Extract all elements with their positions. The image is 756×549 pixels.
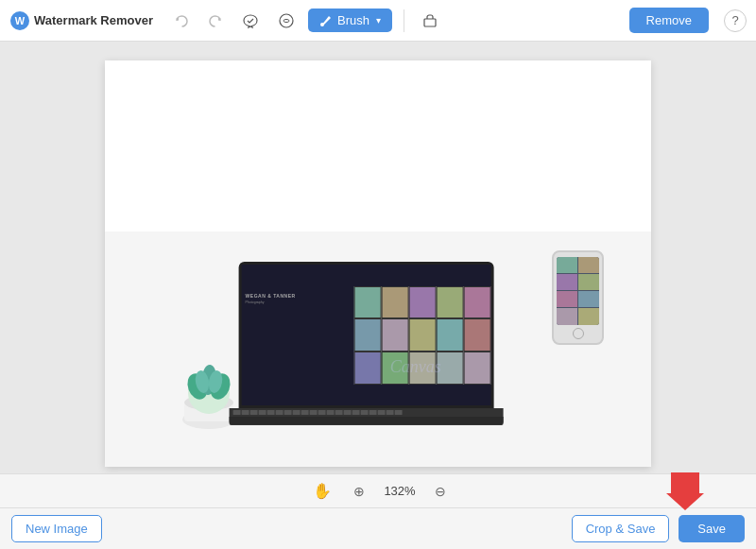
pen-button[interactable]	[272, 9, 301, 33]
laptop-trackpad	[230, 417, 504, 424]
svg-point-4	[280, 14, 293, 27]
svg-point-5	[320, 23, 324, 26]
screen-text: WEGAN & TANNER Photography	[246, 293, 351, 304]
zoom-out-button[interactable]: ⊖	[430, 482, 451, 501]
laptop-screen-inner: WEGAN & TANNER Photography	[242, 265, 491, 405]
phone-home-button	[573, 328, 584, 339]
redo-button[interactable]	[202, 9, 229, 32]
zoom-in-button[interactable]: ⊕	[349, 482, 369, 501]
brush-button[interactable]: Brush ▾	[308, 9, 392, 32]
toolbar-separator	[404, 9, 404, 32]
crop-save-button[interactable]: Crop & Save	[572, 515, 670, 542]
phone-screen	[557, 257, 599, 325]
scene-bottom: WEGAN & TANNER Photography	[105, 232, 651, 467]
phone-decoration	[552, 250, 604, 345]
toolbar: W Watermark Remover B	[0, 0, 756, 42]
canvas-area: WEGAN & TANNER Photography	[0, 42, 756, 473]
zoom-bar: ✋ ⊕ 132% ⊖	[0, 473, 756, 507]
scene-top-white	[105, 60, 651, 232]
laptop-decoration: WEGAN & TANNER Photography	[220, 262, 513, 451]
footer: New Image Crop & Save Save	[0, 507, 756, 549]
zoom-level: 132%	[379, 484, 421, 498]
svg-text:W: W	[15, 15, 26, 26]
arrow-indicator	[666, 472, 704, 515]
remove-button[interactable]: Remove	[629, 8, 709, 33]
image-canvas[interactable]: WEGAN & TANNER Photography	[105, 60, 651, 467]
laptop-screen: WEGAN & TANNER Photography	[239, 262, 494, 408]
new-image-button[interactable]: New Image	[11, 515, 102, 542]
undo-button[interactable]	[168, 9, 195, 32]
brush-dropdown-arrow: ▾	[376, 15, 381, 26]
app-logo-icon: W	[9, 10, 30, 31]
svg-marker-16	[666, 472, 704, 510]
app-title: Watermark Remover	[34, 13, 153, 27]
lasso-button[interactable]	[236, 9, 265, 33]
hand-tool-button[interactable]: ✋	[305, 480, 339, 502]
save-button[interactable]: Save	[679, 515, 745, 542]
app-logo: W Watermark Remover	[9, 10, 153, 31]
eraser-button[interactable]	[416, 9, 444, 33]
brush-label: Brush	[337, 13, 369, 27]
laptop-scene: WEGAN & TANNER Photography	[105, 60, 651, 467]
footer-right: Crop & Save Save	[572, 515, 745, 542]
svg-rect-6	[424, 19, 436, 26]
laptop-keyboard	[230, 408, 504, 425]
help-button[interactable]: ?	[724, 9, 747, 32]
